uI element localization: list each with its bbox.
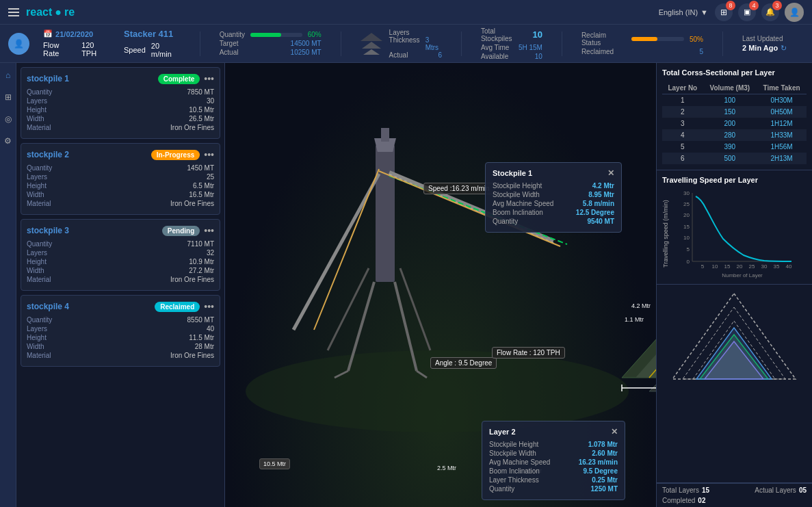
svg-text:30: 30 [683, 190, 690, 196]
hamburger-menu[interactable] [8, 8, 19, 16]
flow-rate-label: Flow Rate : 120 TPH [492, 347, 565, 359]
stacker-id: Stacker 411 [124, 29, 181, 39]
svg-text:25: 25 [683, 201, 690, 207]
grid-nav-button[interactable]: ⊞ 8 [715, 3, 733, 21]
bottom-legend: Total Layers 15 Completed 02 Actual Laye… [657, 483, 812, 507]
table-row: 5 390 1H56M [662, 141, 807, 153]
svg-text:25: 25 [749, 263, 755, 270]
height-main-label: 4.2 Mtr [631, 302, 651, 309]
speed-chart-svg: 0 5 10 15 20 25 30 5 10 15 20 25 30 35 4… [672, 190, 794, 278]
stockpile-2-menu[interactable]: ••• [204, 149, 214, 160]
actual-layers-value: 05 [799, 486, 807, 494]
completed-value: 02 [698, 497, 705, 504]
sidebar-icon-grid[interactable]: ⊞ [1, 90, 15, 104]
app-logo: react●re [26, 6, 75, 18]
table-header-volume: Volume (M3) [703, 82, 757, 94]
svg-text:5: 5 [701, 263, 705, 270]
svg-text:30: 30 [761, 263, 768, 270]
width-side-label: 2.5 Mtr [437, 465, 456, 471]
svg-line-35 [314, 169, 379, 330]
total-layers-label: Total Layers [662, 486, 699, 494]
last-updated-stat: Last Updated 2 Min Ago ↻ [742, 35, 804, 53]
stockpile-4-menu[interactable]: ••• [204, 301, 214, 312]
svg-marker-15 [622, 248, 656, 378]
stockpile-card-3: stockpile 3 Pending ••• Quantity7110 MT … [21, 219, 220, 291]
stockpile1-close-icon[interactable]: ✕ [607, 168, 614, 178]
header-flow-rate: Flow Rate 120 TPH [43, 41, 110, 57]
angle-label: Angle : 9.5 Degree [430, 357, 497, 369]
y-axis-label: Travelling speed (m/min) [662, 190, 669, 278]
bell-badge: 3 [772, 1, 782, 10]
svg-text:0: 0 [687, 259, 690, 265]
table-row: 1 100 0H30M [662, 94, 807, 107]
total-layers-value: 15 [702, 486, 709, 494]
cross-section-viz-section [657, 285, 812, 483]
stockpile-card-1: stockpile 1 Complete ••• Quantity7850 MT… [21, 67, 220, 139]
sidebar-icon-settings[interactable]: ⚙ [1, 134, 15, 148]
header-date: 📅 21/02/2020 [43, 29, 110, 38]
svg-text:Number of Layer: Number of Layer [722, 272, 763, 278]
table-row: 6 500 2H13M [662, 153, 807, 164]
svg-rect-4 [381, 128, 389, 142]
table-row: 3 200 1H12M [662, 118, 807, 129]
scene-background: Speed :16.23 m/min Angle : 9.5 Degree Fl… [225, 63, 656, 507]
completed-label: Completed [662, 497, 695, 504]
refresh-icon[interactable]: ↻ [781, 44, 787, 53]
actual-layers-label: Actual Layers [755, 486, 796, 494]
table-header-layer: Layer No [662, 82, 703, 94]
layer2-close-icon[interactable]: ✕ [611, 427, 618, 437]
bottom-left-label: 10.5 Mtr [259, 458, 290, 469]
svg-text:35: 35 [774, 263, 780, 270]
nav-icon-group: ⊞ 8 ▣ 4 🔔 3 👤 [715, 3, 804, 22]
svg-line-11 [400, 268, 430, 350]
svg-text:10: 10 [683, 235, 690, 241]
stockpile-1-menu[interactable]: ••• [204, 73, 214, 84]
main-layout: ⌂ ⊞ ◎ ⚙ stockpile 1 Complete ••• Quantit… [0, 63, 812, 507]
monitor-badge: 4 [749, 1, 759, 10]
height-small-label: 1.1 Mtr [625, 316, 644, 323]
quantity-stat: Quantity 60% Target 14500 MT Actual 1025… [220, 31, 322, 56]
stockpile-card-4: stockpile 4 Reclaimed ••• Quantity8550 M… [21, 295, 220, 367]
total-stockpiles-stat: Total Stockpiles 10 Avg Time 5H 15M Avai… [481, 27, 542, 60]
svg-text:15: 15 [683, 224, 690, 230]
top-navigation: react●re English (IN) ▼ ⊞ 8 ▣ 4 🔔 3 👤 [0, 0, 812, 25]
cross-section-viz-svg [662, 290, 806, 386]
svg-text:20: 20 [683, 212, 690, 218]
layer2-popup: Layer 2 ✕ Stockpile Height 1.078 Mtr Sto… [482, 421, 625, 500]
bell-nav-button[interactable]: 🔔 3 [761, 3, 779, 21]
svg-text:40: 40 [786, 263, 792, 270]
sidebar-icon-home[interactable]: ⌂ [1, 68, 15, 82]
cross-section-section: Total Corss-Sectional per Layer Layer No… [657, 63, 812, 170]
svg-text:15: 15 [724, 263, 731, 270]
table-row: 4 280 1H33M [662, 129, 807, 141]
table-row: 2 150 0H50M [662, 106, 807, 118]
svg-text:5: 5 [687, 246, 690, 252]
stockpile1-popup: Stockpile 1 ✕ Stockpile Height 4.2 Mtr S… [485, 162, 622, 233]
stockpile-card-2: stockpile 2 In-Progress ••• Quantity1450… [21, 143, 220, 215]
grid-badge: 8 [726, 1, 735, 10]
svg-text:10: 10 [712, 263, 718, 270]
speed-chart-section: Travelling Speed per Layer Travelling sp… [657, 170, 812, 285]
speed-display-label: Speed :16.23 m/min [423, 183, 495, 194]
sidebar-icon-chart[interactable]: ◎ [1, 112, 15, 126]
stockpile-3-menu[interactable]: ••• [204, 225, 214, 236]
header-bar: 👤 📅 21/02/2020 Flow Rate 120 TPH Stacker… [0, 25, 812, 63]
header-avatar: 👤 [8, 33, 29, 55]
layers-stat: Layers Thickness 3 Mtrs Actual 6 [361, 29, 442, 59]
user-avatar[interactable]: 👤 [785, 3, 804, 22]
table-header-time: Time Taken [757, 82, 807, 94]
left-sidebar: ⌂ ⊞ ◎ ⚙ [0, 63, 16, 507]
svg-text:20: 20 [737, 263, 743, 270]
header-speed: Speed 20 m/min [124, 42, 181, 58]
cross-section-table: Layer No Volume (M3) Time Taken 1 100 0H… [662, 82, 807, 164]
svg-rect-1 [376, 145, 395, 282]
reclaim-status-stat: Reclaim Status 50% Reclaimed 5 [581, 31, 703, 55]
stockpile-panel: stockpile 1 Complete ••• Quantity7850 MT… [16, 63, 225, 507]
3d-view[interactable]: Speed :16.23 m/min Angle : 9.5 Degree Fl… [225, 63, 656, 507]
monitor-nav-button[interactable]: ▣ 4 [738, 3, 756, 21]
language-selector[interactable]: English (IN) ▼ [659, 8, 708, 16]
right-panel: Total Corss-Sectional per Layer Layer No… [656, 63, 812, 507]
